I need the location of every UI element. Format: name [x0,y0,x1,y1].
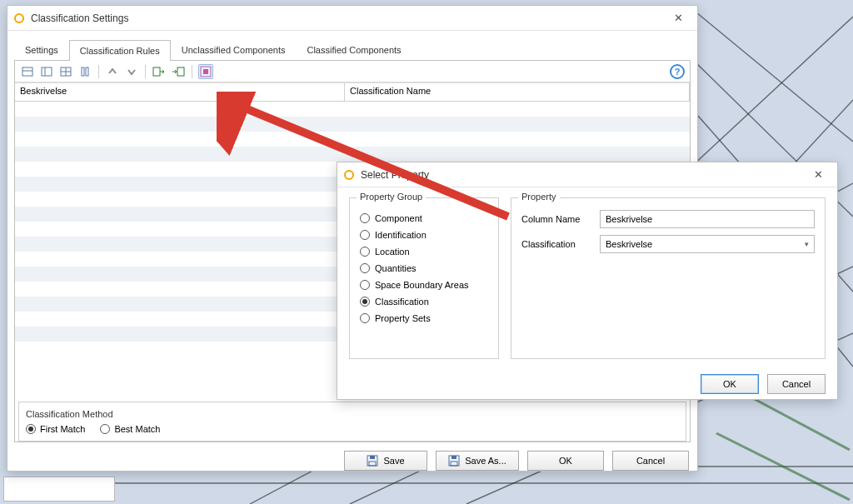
radio-icon [360,230,370,240]
popup-button-bar: OK Cancel [337,369,837,401]
column-name-label: Column Name [521,214,600,224]
chevron-down-icon: ▾ [805,240,809,248]
radio-location[interactable]: Location [360,243,488,260]
cancel-button[interactable]: Cancel [612,451,689,471]
classification-method-label: Classification Method [26,409,679,419]
radio-best-match[interactable]: Best Match [100,424,160,434]
save-as-label: Save As... [465,456,506,466]
groupbox-label: Property Group [357,192,426,202]
radio-first-match-label: First Match [40,424,85,434]
column-name-input[interactable] [600,210,815,228]
cancel-button[interactable]: Cancel [767,374,826,394]
radio-icon [360,313,370,323]
svg-line-4 [691,17,853,167]
tab-classified-components[interactable]: Classified Components [296,39,412,60]
groupbox-label: Property [518,192,560,202]
export-icon[interactable] [152,64,167,79]
tab-classification-rules[interactable]: Classification Rules [69,40,171,61]
radio-icon [360,263,370,273]
svg-rect-13 [22,67,32,76]
svg-rect-23 [177,67,184,76]
app-icon [14,13,24,23]
radio-classification[interactable]: Classification [360,293,488,310]
help-icon[interactable]: ? [670,64,685,79]
toolbar-icon-2[interactable] [39,64,54,79]
save-as-button[interactable]: Save As... [436,451,519,471]
classification-select[interactable]: Beskrivelse ▾ [600,235,815,253]
main-button-bar: Save Save As... OK Cancel [7,442,697,471]
svg-rect-30 [451,456,456,459]
classification-method-group: Classification Method First Match Best M… [18,402,686,442]
property-groupbox: Property Column Name Classification Besk… [511,197,826,359]
radio-best-match-label: Best Match [114,424,160,434]
column-header-beskrivelse[interactable]: Beskrivelse [15,83,345,102]
select-property-dialog: Select Property ✕ Property Group Compone… [337,162,838,400]
radio-icon [100,424,110,434]
close-icon[interactable]: ✕ [806,168,831,181]
radio-space-boundary-areas[interactable]: Space Boundary Areas [360,277,488,293]
classification-label: Classification [521,239,600,249]
svg-rect-15 [42,67,52,76]
background-panel-fragment [3,477,115,502]
svg-rect-27 [370,456,375,459]
table-row[interactable] [15,102,690,117]
close-icon[interactable]: ✕ [666,12,691,24]
radio-icon [360,297,370,307]
toolbar-toggle-icon[interactable] [198,64,213,79]
toolbar-icon-1[interactable] [20,64,35,79]
svg-rect-21 [86,67,88,76]
move-up-icon[interactable] [105,64,120,79]
table-row[interactable] [15,117,690,132]
svg-line-0 [691,8,853,142]
classification-select-value: Beskrivelse [606,239,652,249]
ok-button[interactable]: OK [527,451,604,471]
save-icon [448,455,460,467]
table-row[interactable] [15,147,690,162]
tabstrip: Settings Classification Rules Unclassifi… [14,39,691,60]
toolbar-icon-3[interactable] [58,64,73,79]
property-group-groupbox: Property Group Component Identification … [349,197,499,359]
table-row[interactable] [15,132,690,147]
radio-icon [360,213,370,223]
radio-icon [360,280,370,290]
radio-component[interactable]: Component [360,210,488,227]
save-label: Save [383,456,404,466]
radio-property-sets[interactable]: Property Sets [360,310,488,327]
window-title: Select Property [361,169,429,181]
svg-rect-28 [369,462,376,466]
import-icon[interactable] [171,64,186,79]
svg-rect-25 [203,69,208,74]
tab-settings[interactable]: Settings [14,39,69,60]
svg-rect-20 [82,67,84,76]
radio-icon [360,247,370,257]
save-button[interactable]: Save [344,451,427,471]
radio-identification[interactable]: Identification [360,227,488,243]
app-icon [344,170,354,180]
move-down-icon[interactable] [124,64,139,79]
radio-quantities[interactable]: Quantities [360,260,488,277]
titlebar[interactable]: Select Property ✕ [337,162,837,187]
radio-icon [26,424,36,434]
toolbar-icon-4[interactable] [77,64,92,79]
toolbar: ? [15,61,690,82]
svg-rect-22 [153,67,160,76]
save-icon [367,455,378,467]
radio-first-match[interactable]: First Match [26,424,85,434]
svg-rect-31 [451,462,457,466]
ok-button[interactable]: OK [701,374,759,394]
tab-unclassified-components[interactable]: Unclassified Components [171,39,297,60]
window-title: Classification Settings [31,12,128,24]
column-header-classification-name[interactable]: Classification Name [345,83,690,102]
titlebar[interactable]: Classification Settings ✕ [7,6,697,31]
